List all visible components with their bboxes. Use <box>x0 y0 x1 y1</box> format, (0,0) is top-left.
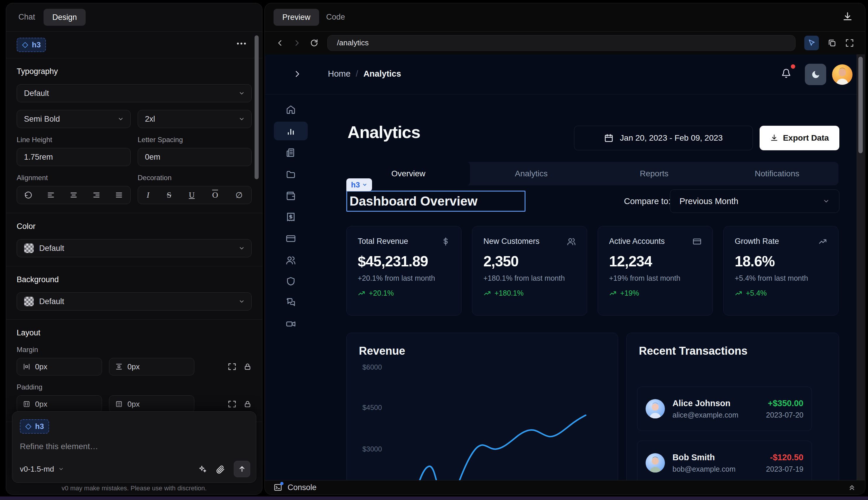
paperclip-icon[interactable] <box>216 464 225 474</box>
inspector-tabbar: Chat Design <box>6 3 262 32</box>
export-data-label: Export Data <box>783 133 829 143</box>
selected-element-chip[interactable]: h3 <box>17 38 46 52</box>
nav-receipts[interactable] <box>274 208 308 226</box>
overline-icon[interactable]: O <box>212 190 218 200</box>
model-name: v0-1.5-md <box>20 465 54 474</box>
sidebar-expand-icon[interactable] <box>293 70 302 78</box>
console-bar[interactable]: Console <box>265 480 865 495</box>
preview-panel: Preview Code /analytics Home / Analytics <box>265 3 865 495</box>
stat-title: Total Revenue <box>358 237 408 246</box>
margin-x-input[interactable]: 0px <box>17 358 102 375</box>
chevron-down-icon <box>58 466 64 472</box>
tab-design[interactable]: Design <box>44 9 85 26</box>
nav-analytics[interactable] <box>274 122 308 140</box>
color-value: Default <box>39 244 64 253</box>
composer-element-chip[interactable]: h3 <box>20 419 49 434</box>
align-justify-icon[interactable] <box>115 191 123 199</box>
nav-security[interactable] <box>274 272 308 291</box>
align-left-icon[interactable] <box>47 191 55 199</box>
bell-icon[interactable] <box>781 68 791 78</box>
transaction-name: Alice Johnson <box>672 399 738 408</box>
back-icon[interactable] <box>276 39 284 47</box>
selected-heading[interactable]: Dashboard Overview <box>346 191 525 212</box>
font-weight-select[interactable]: Semi Bold <box>17 110 131 128</box>
nav-messages[interactable] <box>274 293 308 312</box>
typography-section: Typography Default Semi Bold 2xl Line He… <box>6 58 262 213</box>
nav-customers[interactable] <box>274 251 308 270</box>
nav-invoices[interactable] <box>274 143 308 162</box>
app-header: Home / Analytics <box>265 54 865 94</box>
copy-icon[interactable] <box>828 38 836 47</box>
transparent-swatch-icon <box>24 296 34 306</box>
margin-y-input[interactable]: 0px <box>109 358 194 375</box>
composer-input[interactable]: Refine this element… <box>20 442 248 451</box>
tab-preview[interactable]: Preview <box>274 9 319 26</box>
chevron-down-icon <box>239 298 245 305</box>
line-height-input[interactable]: 1.75rem <box>17 148 131 166</box>
trending-up-icon <box>483 289 491 297</box>
select-element-tool[interactable] <box>804 36 819 50</box>
letter-spacing-input[interactable]: 0em <box>138 148 252 166</box>
compare-select[interactable]: Previous Month <box>670 190 840 213</box>
nav-wallet[interactable] <box>274 186 308 205</box>
breadcrumb-home[interactable]: Home <box>328 69 350 79</box>
nav-files[interactable] <box>274 165 308 184</box>
background-select[interactable]: Default <box>17 292 252 310</box>
align-center-icon[interactable] <box>70 191 78 199</box>
tab-chat[interactable]: Chat <box>19 13 35 22</box>
margin-label: Margin <box>17 345 252 354</box>
sparkles-icon[interactable] <box>198 465 207 474</box>
padding-vertical-icon <box>115 400 123 408</box>
model-selector[interactable]: v0-1.5-md <box>20 465 64 474</box>
nav-cards[interactable] <box>274 229 308 248</box>
tab-reports[interactable]: Reports <box>593 162 716 185</box>
chevron-down-icon <box>117 116 124 122</box>
font-family-select[interactable]: Default <box>17 84 252 102</box>
download-icon[interactable] <box>842 11 853 22</box>
stat-subtext: +5.4% from last month <box>735 274 827 283</box>
align-right-icon[interactable] <box>92 191 101 199</box>
italic-icon[interactable]: I <box>147 190 149 200</box>
layout-heading: Layout <box>17 328 252 338</box>
fullscreen-icon[interactable] <box>845 38 854 47</box>
transaction-row[interactable]: Bob Smith bob@example.com -$120.50 2023-… <box>637 441 812 480</box>
url-input[interactable]: /analytics <box>327 35 796 51</box>
tab-notifications[interactable]: Notifications <box>716 162 839 185</box>
tab-code[interactable]: Code <box>326 13 345 22</box>
tab-analytics[interactable]: Analytics <box>470 162 593 185</box>
transaction-row[interactable]: Alice Johnson alice@example.com +$350.00… <box>637 387 812 431</box>
dark-mode-toggle[interactable] <box>805 64 826 85</box>
undo-icon[interactable] <box>24 191 33 199</box>
padding-x-input[interactable]: 0px <box>17 395 102 413</box>
preview-tabbar: Preview Code <box>265 3 865 32</box>
calendar-icon <box>604 133 613 143</box>
nav-home[interactable] <box>274 100 308 119</box>
transaction-date: 2023-07-20 <box>766 411 803 419</box>
preview-scrollbar-thumb[interactable] <box>858 57 863 153</box>
preview-scrollbar-track[interactable] <box>857 54 865 480</box>
selected-tag-badge[interactable]: h3 <box>346 178 372 191</box>
forward-icon[interactable] <box>293 39 301 47</box>
no-decoration-icon[interactable]: ∅ <box>235 190 243 200</box>
nav-video[interactable] <box>274 315 308 333</box>
avatar[interactable] <box>832 64 853 85</box>
lock-icon[interactable] <box>243 363 252 371</box>
lock-icon[interactable] <box>243 400 252 408</box>
stat-card-growth-rate: Growth Rate 18.6% +5.4% from last month … <box>724 226 838 316</box>
send-button[interactable] <box>234 461 250 477</box>
expand-icon[interactable] <box>228 362 236 371</box>
padding-y-input[interactable]: 0px <box>109 395 194 413</box>
font-size-select[interactable]: 2xl <box>138 110 252 128</box>
chevrons-up-icon[interactable] <box>847 483 856 492</box>
date-range-button[interactable]: Jan 20, 2023 - Feb 09, 2023 <box>574 126 753 150</box>
stat-trend-value: +180.1% <box>495 289 523 297</box>
expand-icon[interactable] <box>228 400 236 408</box>
underline-icon[interactable]: U <box>189 190 195 200</box>
export-data-button[interactable]: Export Data <box>760 126 840 150</box>
strikethrough-icon[interactable]: S <box>167 190 172 200</box>
more-menu-icon[interactable] <box>236 42 246 45</box>
refresh-icon[interactable] <box>310 38 319 47</box>
background-section: Background Default <box>6 266 262 320</box>
inspector-scrollbar[interactable] <box>255 35 259 179</box>
color-select[interactable]: Default <box>17 239 252 257</box>
